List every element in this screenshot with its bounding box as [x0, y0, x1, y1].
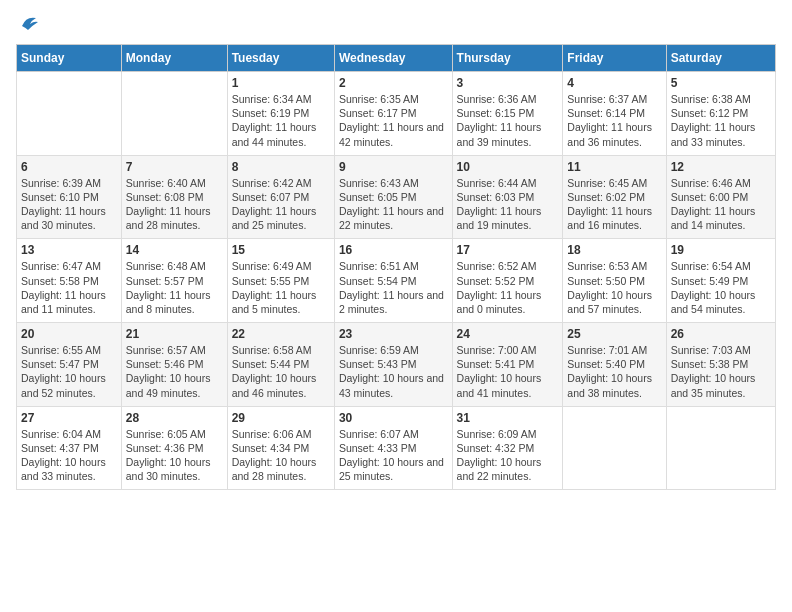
day-info: Sunrise: 6:07 AMSunset: 4:33 PMDaylight:… [339, 427, 448, 484]
day-info: Sunrise: 7:00 AMSunset: 5:41 PMDaylight:… [457, 343, 559, 400]
sunrise-text: Sunrise: 6:34 AM [232, 92, 330, 106]
calendar-cell: 28Sunrise: 6:05 AMSunset: 4:36 PMDayligh… [121, 406, 227, 490]
day-info: Sunrise: 6:42 AMSunset: 6:07 PMDaylight:… [232, 176, 330, 233]
calendar-cell: 17Sunrise: 6:52 AMSunset: 5:52 PMDayligh… [452, 239, 563, 323]
daylight-text: Daylight: 10 hours and 43 minutes. [339, 371, 448, 399]
day-info: Sunrise: 6:37 AMSunset: 6:14 PMDaylight:… [567, 92, 661, 149]
calendar-cell: 5Sunrise: 6:38 AMSunset: 6:12 PMDaylight… [666, 72, 775, 156]
day-number: 13 [21, 243, 117, 257]
day-number: 3 [457, 76, 559, 90]
calendar-cell: 26Sunrise: 7:03 AMSunset: 5:38 PMDayligh… [666, 323, 775, 407]
week-row-4: 20Sunrise: 6:55 AMSunset: 5:47 PMDayligh… [17, 323, 776, 407]
calendar-cell: 7Sunrise: 6:40 AMSunset: 6:08 PMDaylight… [121, 155, 227, 239]
sunset-text: Sunset: 6:15 PM [457, 106, 559, 120]
day-number: 11 [567, 160, 661, 174]
week-row-1: 1Sunrise: 6:34 AMSunset: 6:19 PMDaylight… [17, 72, 776, 156]
day-info: Sunrise: 6:53 AMSunset: 5:50 PMDaylight:… [567, 259, 661, 316]
weekday-header-thursday: Thursday [452, 45, 563, 72]
sunrise-text: Sunrise: 6:58 AM [232, 343, 330, 357]
sunset-text: Sunset: 6:03 PM [457, 190, 559, 204]
page-header [16, 16, 776, 34]
calendar-cell: 2Sunrise: 6:35 AMSunset: 6:17 PMDaylight… [334, 72, 452, 156]
sunrise-text: Sunrise: 6:52 AM [457, 259, 559, 273]
sunset-text: Sunset: 6:00 PM [671, 190, 771, 204]
calendar-cell: 12Sunrise: 6:46 AMSunset: 6:00 PMDayligh… [666, 155, 775, 239]
daylight-text: Daylight: 10 hours and 38 minutes. [567, 371, 661, 399]
calendar-cell: 9Sunrise: 6:43 AMSunset: 6:05 PMDaylight… [334, 155, 452, 239]
day-number: 1 [232, 76, 330, 90]
sunset-text: Sunset: 5:50 PM [567, 274, 661, 288]
daylight-text: Daylight: 11 hours and 44 minutes. [232, 120, 330, 148]
day-number: 21 [126, 327, 223, 341]
calendar-cell: 31Sunrise: 6:09 AMSunset: 4:32 PMDayligh… [452, 406, 563, 490]
calendar-cell: 19Sunrise: 6:54 AMSunset: 5:49 PMDayligh… [666, 239, 775, 323]
daylight-text: Daylight: 11 hours and 16 minutes. [567, 204, 661, 232]
day-number: 17 [457, 243, 559, 257]
day-number: 15 [232, 243, 330, 257]
daylight-text: Daylight: 10 hours and 41 minutes. [457, 371, 559, 399]
day-info: Sunrise: 6:44 AMSunset: 6:03 PMDaylight:… [457, 176, 559, 233]
sunrise-text: Sunrise: 6:04 AM [21, 427, 117, 441]
calendar-cell: 25Sunrise: 7:01 AMSunset: 5:40 PMDayligh… [563, 323, 666, 407]
sunrise-text: Sunrise: 6:07 AM [339, 427, 448, 441]
day-info: Sunrise: 6:48 AMSunset: 5:57 PMDaylight:… [126, 259, 223, 316]
sunset-text: Sunset: 5:55 PM [232, 274, 330, 288]
daylight-text: Daylight: 11 hours and 28 minutes. [126, 204, 223, 232]
day-number: 28 [126, 411, 223, 425]
daylight-text: Daylight: 10 hours and 28 minutes. [232, 455, 330, 483]
calendar-cell [563, 406, 666, 490]
day-info: Sunrise: 6:54 AMSunset: 5:49 PMDaylight:… [671, 259, 771, 316]
sunset-text: Sunset: 4:33 PM [339, 441, 448, 455]
day-number: 22 [232, 327, 330, 341]
day-info: Sunrise: 6:39 AMSunset: 6:10 PMDaylight:… [21, 176, 117, 233]
day-info: Sunrise: 6:36 AMSunset: 6:15 PMDaylight:… [457, 92, 559, 149]
day-info: Sunrise: 6:40 AMSunset: 6:08 PMDaylight:… [126, 176, 223, 233]
day-number: 19 [671, 243, 771, 257]
daylight-text: Daylight: 10 hours and 52 minutes. [21, 371, 117, 399]
calendar-cell: 24Sunrise: 7:00 AMSunset: 5:41 PMDayligh… [452, 323, 563, 407]
day-number: 4 [567, 76, 661, 90]
day-info: Sunrise: 6:06 AMSunset: 4:34 PMDaylight:… [232, 427, 330, 484]
sunset-text: Sunset: 6:12 PM [671, 106, 771, 120]
day-info: Sunrise: 6:45 AMSunset: 6:02 PMDaylight:… [567, 176, 661, 233]
calendar-cell: 6Sunrise: 6:39 AMSunset: 6:10 PMDaylight… [17, 155, 122, 239]
weekday-header-friday: Friday [563, 45, 666, 72]
weekday-header-saturday: Saturday [666, 45, 775, 72]
daylight-text: Daylight: 11 hours and 36 minutes. [567, 120, 661, 148]
day-info: Sunrise: 6:34 AMSunset: 6:19 PMDaylight:… [232, 92, 330, 149]
day-number: 9 [339, 160, 448, 174]
sunset-text: Sunset: 6:14 PM [567, 106, 661, 120]
sunset-text: Sunset: 5:46 PM [126, 357, 223, 371]
week-row-3: 13Sunrise: 6:47 AMSunset: 5:58 PMDayligh… [17, 239, 776, 323]
sunset-text: Sunset: 4:34 PM [232, 441, 330, 455]
day-number: 24 [457, 327, 559, 341]
day-number: 31 [457, 411, 559, 425]
sunrise-text: Sunrise: 6:49 AM [232, 259, 330, 273]
sunset-text: Sunset: 4:36 PM [126, 441, 223, 455]
daylight-text: Daylight: 10 hours and 46 minutes. [232, 371, 330, 399]
sunset-text: Sunset: 5:38 PM [671, 357, 771, 371]
day-number: 5 [671, 76, 771, 90]
sunset-text: Sunset: 6:05 PM [339, 190, 448, 204]
daylight-text: Daylight: 11 hours and 25 minutes. [232, 204, 330, 232]
day-number: 14 [126, 243, 223, 257]
daylight-text: Daylight: 10 hours and 30 minutes. [126, 455, 223, 483]
daylight-text: Daylight: 11 hours and 2 minutes. [339, 288, 448, 316]
day-number: 8 [232, 160, 330, 174]
daylight-text: Daylight: 11 hours and 0 minutes. [457, 288, 559, 316]
sunrise-text: Sunrise: 6:59 AM [339, 343, 448, 357]
sunset-text: Sunset: 6:02 PM [567, 190, 661, 204]
calendar-table: SundayMondayTuesdayWednesdayThursdayFrid… [16, 44, 776, 490]
daylight-text: Daylight: 11 hours and 19 minutes. [457, 204, 559, 232]
day-info: Sunrise: 7:03 AMSunset: 5:38 PMDaylight:… [671, 343, 771, 400]
calendar-cell: 4Sunrise: 6:37 AMSunset: 6:14 PMDaylight… [563, 72, 666, 156]
sunrise-text: Sunrise: 6:39 AM [21, 176, 117, 190]
sunset-text: Sunset: 5:41 PM [457, 357, 559, 371]
calendar-cell: 15Sunrise: 6:49 AMSunset: 5:55 PMDayligh… [227, 239, 334, 323]
calendar-cell: 11Sunrise: 6:45 AMSunset: 6:02 PMDayligh… [563, 155, 666, 239]
sunset-text: Sunset: 5:43 PM [339, 357, 448, 371]
daylight-text: Daylight: 11 hours and 5 minutes. [232, 288, 330, 316]
day-number: 6 [21, 160, 117, 174]
daylight-text: Daylight: 10 hours and 22 minutes. [457, 455, 559, 483]
sunset-text: Sunset: 6:08 PM [126, 190, 223, 204]
